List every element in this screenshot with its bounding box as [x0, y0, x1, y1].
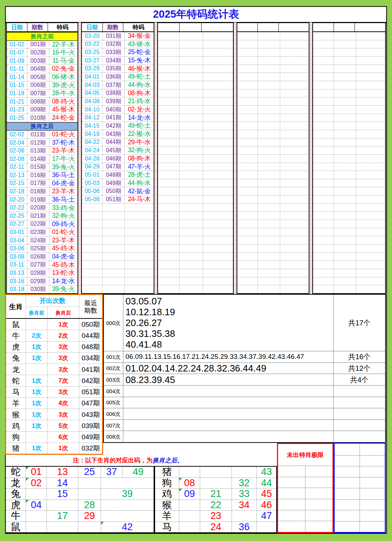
code-cell: [203, 285, 233, 293]
number-cell: 09: [179, 489, 200, 500]
date-cell: 02-11: [7, 163, 27, 171]
result-row: 03-16029期14-龙-水: [7, 277, 78, 286]
after-count-cell: 3次: [48, 387, 79, 397]
period-cell: [334, 261, 356, 269]
period-cell: [180, 245, 203, 252]
period-cell: [334, 40, 356, 48]
code-cell: [280, 269, 309, 277]
period-cell: [334, 228, 356, 236]
date-cell: [313, 171, 334, 179]
period-cell: [258, 245, 280, 252]
result-row: 04-01036期49-蛇-土: [82, 73, 154, 81]
date-cell: 04-26: [82, 155, 103, 163]
period-cell: 044期: [103, 138, 125, 146]
period-cell: [334, 179, 356, 187]
period-cell: 025期: [27, 245, 49, 252]
period-cell: [258, 204, 280, 212]
result-row: 01-11004期02-兔-金: [7, 65, 78, 73]
top-group-1: 日期期数特码换肖之前01-02001期22-羊-木01-07002期16-牛-火…: [6, 22, 78, 294]
result-row: [158, 236, 233, 245]
date-cell: [82, 236, 103, 244]
period-cell: [334, 73, 356, 81]
code-cell: [356, 269, 385, 277]
code-cell: 33-鸡-金: [49, 204, 78, 212]
zodiac-stats-row: 蛇1次7次042期: [6, 375, 102, 386]
result-row: [158, 146, 233, 155]
frequency-numbers-line: 20.26.27: [125, 317, 333, 328]
result-row: [82, 245, 154, 253]
period-cell: 021期: [27, 212, 49, 220]
period-cell: [334, 245, 356, 252]
period-cell: [180, 155, 203, 163]
date-cell: [158, 277, 180, 285]
date-cell: 02-08: [7, 155, 27, 163]
code-cell: 01-蛇-火: [49, 131, 78, 138]
zodiac-cell: 牛: [6, 330, 26, 341]
code-cell: 13-蛇-水: [49, 269, 78, 277]
result-row: 04-29047期47-羊-火: [82, 163, 154, 171]
period-cell: 042期: [103, 122, 125, 130]
result-row: 02-04012期37-蛇-木: [7, 139, 78, 147]
zodiac-header-cell: 生肖: [6, 295, 26, 319]
zodiac-number-row: 虎0428: [6, 500, 154, 511]
code-cell: [356, 285, 385, 293]
result-row: 04-10040期02-龙-火: [82, 106, 154, 114]
result-row: 01-15006期39-虎-火: [7, 82, 78, 90]
period-cell: 038期: [103, 89, 125, 97]
section-header-after: 换肖之后: [7, 122, 78, 131]
before-count-cell: 1次: [26, 342, 48, 352]
code-cell: [280, 187, 309, 195]
result-row: [237, 106, 309, 114]
result-row: 04-03037期44-狗-水: [82, 81, 154, 89]
date-cell: [313, 220, 334, 228]
code-cell: [280, 32, 309, 40]
result-row: [82, 285, 154, 293]
date-cell: [237, 65, 258, 73]
result-row: [237, 220, 309, 228]
blue-box-cell: [360, 500, 385, 510]
date-cell: 02-15: [7, 180, 27, 188]
number-cell: 39: [101, 489, 154, 500]
result-row: [82, 277, 154, 286]
recent-period-cell: 042期: [79, 375, 102, 386]
period-cell: 043期: [103, 130, 125, 138]
blue-box-cell: [335, 478, 360, 488]
zodiac-number-row: 鼠42: [6, 522, 154, 533]
recent-header-line1: 最近: [84, 299, 97, 307]
date-cell: 01-21: [7, 98, 27, 106]
code-cell: [125, 236, 154, 244]
number-cell: [179, 511, 200, 522]
date-cell: 04-24: [82, 146, 103, 154]
red-box-row: [278, 466, 332, 477]
period-cell: 027期: [27, 261, 49, 269]
period-cell: [258, 114, 280, 122]
result-row: [237, 114, 309, 122]
date-cell: [313, 179, 334, 187]
number-cell: [101, 500, 154, 511]
date-cell: [158, 89, 180, 97]
code-cell: 09-鸡-火: [49, 220, 78, 228]
frequency-numbers-cell: [123, 397, 334, 408]
period-cell: 045期: [103, 146, 125, 154]
code-cell: [125, 228, 154, 236]
date-cell: 03-11: [7, 261, 27, 269]
period-cell: 033期: [103, 48, 125, 56]
date-cell: 03-04: [7, 237, 27, 245]
frequency-total-cell: [334, 420, 385, 431]
result-row: 03-27034期15-兔-木: [82, 57, 154, 65]
period-cell: [258, 81, 280, 89]
code-cell: 17-牛-火: [49, 155, 78, 163]
result-row: 04-24045期32-狗-火: [82, 146, 154, 155]
top-group-header: 日期期数特码: [7, 23, 78, 32]
number-cell: [26, 522, 47, 533]
note-prefix: 注：以下生肖的对应出码，为: [73, 457, 153, 463]
result-row: [313, 269, 385, 277]
blue-box-cell: [335, 510, 360, 521]
code-cell: [203, 163, 233, 171]
red-box-cell: [305, 521, 332, 532]
date-cell: [313, 195, 334, 203]
date-cell: [313, 40, 334, 48]
result-row: [313, 277, 385, 286]
period-cell: 009期: [27, 106, 49, 114]
code-cell: 28-牛-水: [49, 89, 78, 97]
